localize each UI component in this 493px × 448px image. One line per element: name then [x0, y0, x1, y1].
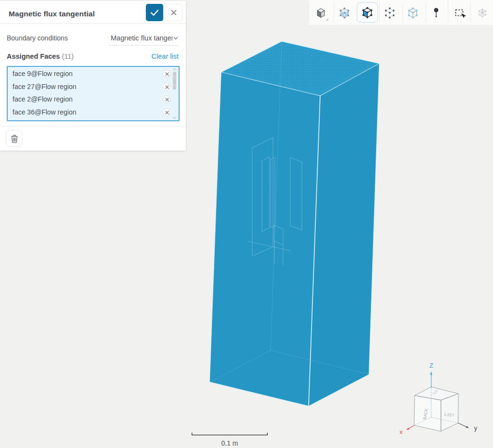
svg-text:x: x: [400, 428, 403, 435]
svg-text:y: y: [474, 424, 478, 432]
svg-text:Z: Z: [429, 362, 433, 369]
svg-text:0.1 m: 0.1 m: [221, 439, 238, 447]
